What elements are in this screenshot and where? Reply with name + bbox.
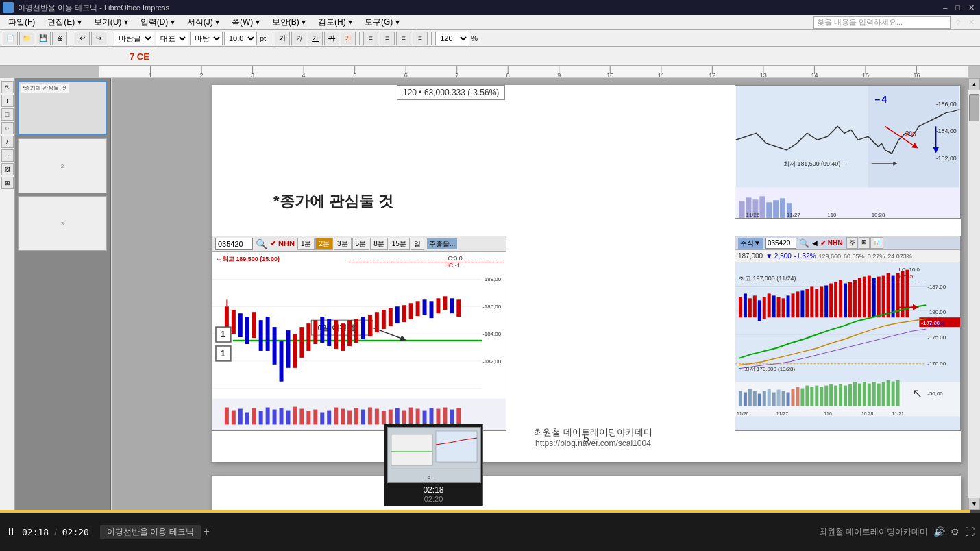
scroll-thumb[interactable] [969,94,979,121]
menu-insert[interactable]: 입력(D) ▾ [135,15,180,29]
align-left-btn[interactable]: ≡ [363,32,378,45]
svg-rect-105 [416,301,420,316]
r-tf-2[interactable]: ⊞ [859,237,870,249]
svg-rect-168 [739,297,742,317]
svg-rect-220 [772,393,776,406]
tf-8min[interactable]: 8분 [370,238,388,250]
slide-thumb-1[interactable]: *종가에 관심둘 것 [18,81,107,136]
title-bar-controls[interactable]: – □ ✕ [940,3,977,12]
svg-text:8: 8 [506,72,510,78]
zoom-select[interactable]: 120 [435,32,469,45]
scroll-down-btn[interactable]: ▼ [968,498,980,510]
total-time: 02:20 [62,527,89,537]
color-btn[interactable]: 가 [341,32,356,45]
menu-tools[interactable]: 도구(G) ▾ [359,15,405,29]
extra-btn[interactable]: 주좋을... [427,238,457,249]
svg-rect-198 [882,276,885,318]
svg-text:11/27: 11/27 [787,212,800,218]
slide-thumb-3[interactable]: 3 [18,196,107,251]
tool-arrow[interactable]: → [1,149,14,162]
ticker-input[interactable] [215,238,253,250]
align-center-btn[interactable]: ≡ [380,32,395,45]
new-btn[interactable]: 📄 [3,32,18,45]
svg-rect-239 [863,382,866,406]
tool-line[interactable]: / [1,136,14,148]
tf-15min[interactable]: 15분 [389,238,410,250]
svg-rect-230 [820,387,823,406]
progress-bar[interactable] [0,510,980,513]
font-select[interactable]: 바탕 [190,32,223,45]
svg-rect-87 [293,334,297,368]
current-tab-label[interactable]: 이평선반을 이용 테크닉 [100,525,201,539]
play-pause-button[interactable]: ⏸ [5,526,16,538]
ruler: 12345678910111213141516 [99,66,968,78]
fullscreen-icon[interactable]: ⛶ [965,526,975,537]
tool-text[interactable]: T [1,95,14,107]
size-select[interactable]: 10.0 [224,32,257,45]
help-button[interactable]: ? [953,19,963,27]
tool-rect[interactable]: □ [1,108,14,121]
menu-review[interactable]: 검토(H) ▾ [313,15,358,29]
tool-circle[interactable]: ○ [1,122,14,134]
volume-icon[interactable]: 🔊 [933,526,945,537]
style-select[interactable]: 바탕글 [114,32,154,45]
close-button[interactable]: ✕ [966,3,977,12]
svg-text:3: 3 [251,72,254,78]
menu-page[interactable]: 쪽(W) ▾ [226,15,265,29]
underline-btn[interactable]: 가 [308,32,323,45]
open-btn[interactable]: 📁 [19,32,34,45]
tool-table[interactable]: ⊞ [1,177,14,189]
svg-rect-233 [834,386,837,406]
menu-file[interactable]: 파일(F) [3,15,40,29]
right-extra1[interactable]: ◀ [812,239,818,247]
stock-btn[interactable]: 주식▼ [738,238,763,249]
menu-format[interactable]: 서식(J) ▾ [182,15,225,29]
italic-btn[interactable]: 가 [291,32,306,45]
align-right-btn[interactable]: ≡ [396,32,411,45]
right-search-icon[interactable]: 🔍 [799,238,809,248]
menu-view[interactable]: 보기(U) ▾ [88,15,134,29]
undo-btn[interactable]: ↩ [75,32,90,45]
search-input[interactable] [813,16,951,29]
menu-edit[interactable]: 편집(E) ▾ [42,15,86,29]
scroll-up-btn[interactable]: ▲ [968,78,980,90]
svg-rect-78 [232,310,236,334]
save-btn[interactable]: 💾 [36,32,51,45]
minimize-button[interactable]: – [940,3,950,12]
right-ticker-input[interactable] [765,238,796,249]
right-change: ▼ 2,500 [765,252,792,260]
chart-right-body: LC:-10.0 HC:-5. 최고 197,000 (11/24) -187.… [735,262,960,417]
tf-1min[interactable]: 1분 [297,238,315,250]
svg-rect-244 [887,380,890,406]
bold-btn[interactable]: 가 [275,32,290,45]
svg-rect-183 [810,286,813,317]
align-justify-btn[interactable]: ≡ [413,32,428,45]
settings-icon[interactable]: ⚙ [951,526,959,537]
svg-rect-107 [430,301,434,318]
tf-5min[interactable]: 5분 [352,238,370,250]
tf-3min[interactable]: 3분 [334,238,352,250]
v-scrollbar[interactable]: ▲ ▼ [968,78,980,510]
tool-image[interactable]: 🖼 [1,163,14,175]
tool-select[interactable]: ↖ [1,81,14,93]
tf-day[interactable]: 일 [411,238,424,250]
strikethrough-btn[interactable]: 가 [324,32,339,45]
chart-right-infobar: 187,000 ▼ 2,500 -1.32% 129,660 60.55% 0.… [735,250,960,262]
svg-rect-175 [772,295,776,317]
print-btn[interactable]: 🖨 [52,32,67,45]
r-tf-1[interactable]: 주 [846,237,858,249]
font-style-select[interactable]: 대표 [156,32,188,45]
r-tf-3[interactable]: 📊 [870,237,883,249]
redo-btn[interactable]: ↪ [91,32,106,45]
maximize-button[interactable]: □ [953,3,963,12]
search-icon[interactable]: 🔍 [256,238,267,249]
menu-security[interactable]: 보안(B) ▾ [267,15,311,29]
add-tab-button[interactable]: + [204,526,210,538]
svg-rect-182 [805,289,809,317]
svg-rect-80 [245,317,249,344]
scroll-track[interactable] [968,90,980,498]
svg-rect-170 [748,298,752,317]
tf-2min[interactable]: 2분 [315,238,333,250]
slide-thumb-2[interactable]: 2 [18,138,107,193]
close-app-button[interactable]: ✕ [966,18,977,27]
